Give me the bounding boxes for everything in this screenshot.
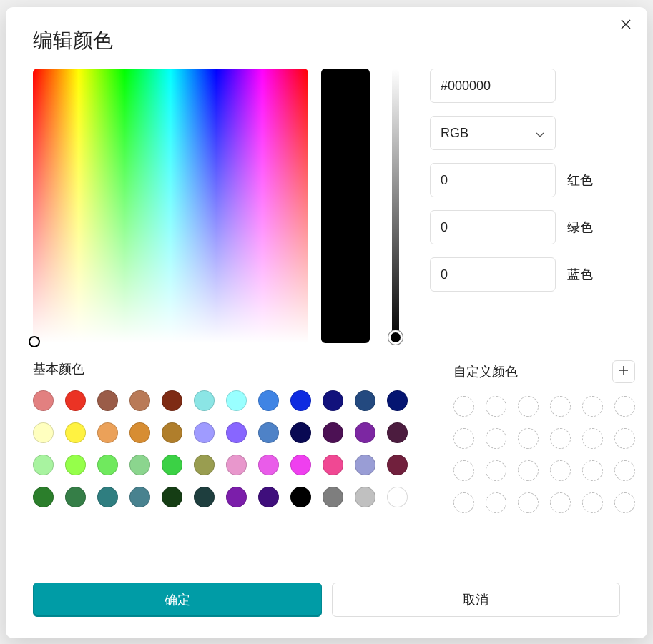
custom-colors-grid	[453, 396, 635, 513]
basic-swatch[interactable]	[290, 422, 311, 443]
basic-swatch[interactable]	[226, 487, 247, 507]
basic-swatch[interactable]	[129, 455, 150, 475]
custom-swatch-empty[interactable]	[614, 428, 635, 449]
basic-swatch[interactable]	[323, 422, 343, 443]
color-preview	[321, 69, 370, 343]
basic-swatch[interactable]	[194, 487, 215, 507]
basic-swatch[interactable]	[162, 487, 182, 507]
custom-swatch-empty[interactable]	[550, 428, 571, 449]
custom-swatch-empty[interactable]	[550, 460, 571, 481]
basic-swatch[interactable]	[194, 390, 215, 411]
hue-cursor[interactable]	[29, 336, 40, 347]
basic-swatch[interactable]	[33, 422, 54, 443]
basic-swatch[interactable]	[290, 390, 311, 411]
green-label: 绿色	[567, 219, 593, 236]
basic-swatch[interactable]	[258, 455, 279, 475]
custom-swatch-empty[interactable]	[453, 460, 474, 481]
custom-swatch-empty[interactable]	[550, 396, 571, 417]
custom-swatch-empty[interactable]	[614, 492, 635, 513]
basic-swatch[interactable]	[258, 487, 279, 507]
basic-swatch[interactable]	[65, 455, 86, 475]
basic-swatch[interactable]	[323, 390, 343, 411]
custom-swatch-empty[interactable]	[453, 396, 474, 417]
basic-swatch[interactable]	[355, 422, 375, 443]
custom-swatch-empty[interactable]	[582, 396, 603, 417]
basic-swatch[interactable]	[97, 487, 118, 507]
red-input[interactable]	[430, 163, 556, 197]
basic-swatch[interactable]	[194, 422, 215, 443]
basic-swatch[interactable]	[258, 422, 279, 443]
cancel-button[interactable]: 取消	[332, 583, 621, 617]
basic-swatch[interactable]	[162, 455, 182, 475]
value-track	[392, 69, 399, 343]
basic-swatch[interactable]	[323, 487, 343, 507]
custom-swatch-empty[interactable]	[453, 492, 474, 513]
color-inputs: RGB 红色 绿色 蓝色	[417, 69, 620, 343]
dialog-footer: 确定 取消	[6, 565, 647, 638]
basic-swatch[interactable]	[355, 390, 375, 411]
green-input[interactable]	[430, 210, 556, 244]
plus-icon	[618, 365, 629, 379]
basic-swatch[interactable]	[97, 455, 118, 475]
basic-swatch[interactable]	[65, 422, 86, 443]
custom-swatch-empty[interactable]	[582, 492, 603, 513]
hue-saturation-field[interactable]	[33, 69, 308, 343]
basic-swatch[interactable]	[387, 422, 408, 443]
basic-swatch[interactable]	[355, 487, 375, 507]
basic-swatch[interactable]	[129, 390, 150, 411]
color-mode-value: RGB	[441, 126, 468, 141]
basic-swatch[interactable]	[355, 455, 375, 475]
value-thumb[interactable]	[388, 330, 403, 345]
custom-swatch-empty[interactable]	[486, 460, 506, 481]
value-slider[interactable]	[387, 69, 404, 343]
basic-swatch[interactable]	[387, 455, 408, 475]
ok-button[interactable]: 确定	[33, 583, 322, 617]
custom-colors-column: 自定义颜色	[453, 360, 635, 513]
basic-colors-title: 基本颜色	[33, 360, 84, 377]
basic-swatch[interactable]	[129, 422, 150, 443]
blue-input[interactable]	[430, 257, 556, 292]
custom-swatch-empty[interactable]	[453, 428, 474, 449]
custom-swatch-empty[interactable]	[486, 396, 506, 417]
custom-swatch-empty[interactable]	[614, 460, 635, 481]
basic-swatch[interactable]	[387, 487, 408, 507]
basic-swatch[interactable]	[226, 422, 247, 443]
basic-swatch[interactable]	[162, 422, 182, 443]
custom-swatch-empty[interactable]	[518, 460, 539, 481]
blue-label: 蓝色	[567, 266, 593, 283]
basic-swatch[interactable]	[162, 390, 182, 411]
basic-swatch[interactable]	[226, 455, 247, 475]
basic-swatch[interactable]	[33, 455, 54, 475]
red-label: 红色	[567, 172, 593, 189]
custom-swatch-empty[interactable]	[486, 492, 506, 513]
color-picker-area: RGB 红色 绿色 蓝色	[6, 69, 647, 343]
basic-swatch[interactable]	[65, 487, 86, 507]
basic-swatch[interactable]	[323, 455, 343, 475]
basic-swatch[interactable]	[290, 455, 311, 475]
basic-swatch[interactable]	[258, 390, 279, 411]
basic-swatch[interactable]	[33, 390, 54, 411]
basic-swatch[interactable]	[129, 487, 150, 507]
custom-swatch-empty[interactable]	[582, 460, 603, 481]
basic-swatch[interactable]	[65, 390, 86, 411]
custom-swatch-empty[interactable]	[486, 428, 506, 449]
basic-swatch[interactable]	[387, 390, 408, 411]
basic-swatch[interactable]	[226, 390, 247, 411]
close-button[interactable]	[617, 17, 634, 34]
color-mode-select[interactable]: RGB	[430, 116, 556, 150]
custom-swatch-empty[interactable]	[518, 428, 539, 449]
custom-swatch-empty[interactable]	[518, 396, 539, 417]
basic-swatch[interactable]	[290, 487, 311, 507]
edit-color-dialog: 编辑颜色 RGB 红色	[6, 7, 647, 638]
basic-swatch[interactable]	[194, 455, 215, 475]
hex-input[interactable]	[430, 69, 556, 103]
chevron-down-icon	[535, 128, 545, 138]
custom-swatch-empty[interactable]	[614, 396, 635, 417]
basic-swatch[interactable]	[97, 390, 118, 411]
add-custom-color-button[interactable]	[612, 360, 635, 383]
custom-swatch-empty[interactable]	[550, 492, 571, 513]
custom-swatch-empty[interactable]	[518, 492, 539, 513]
basic-swatch[interactable]	[33, 487, 54, 507]
basic-swatch[interactable]	[97, 422, 118, 443]
custom-swatch-empty[interactable]	[582, 428, 603, 449]
